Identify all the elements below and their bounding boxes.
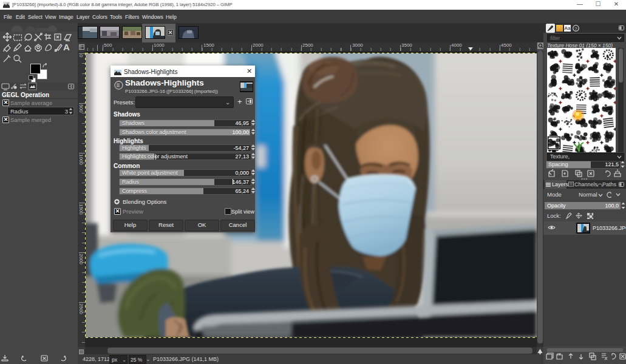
svg-text:?: ? (574, 26, 577, 32)
svg-text:A: A (63, 42, 70, 52)
